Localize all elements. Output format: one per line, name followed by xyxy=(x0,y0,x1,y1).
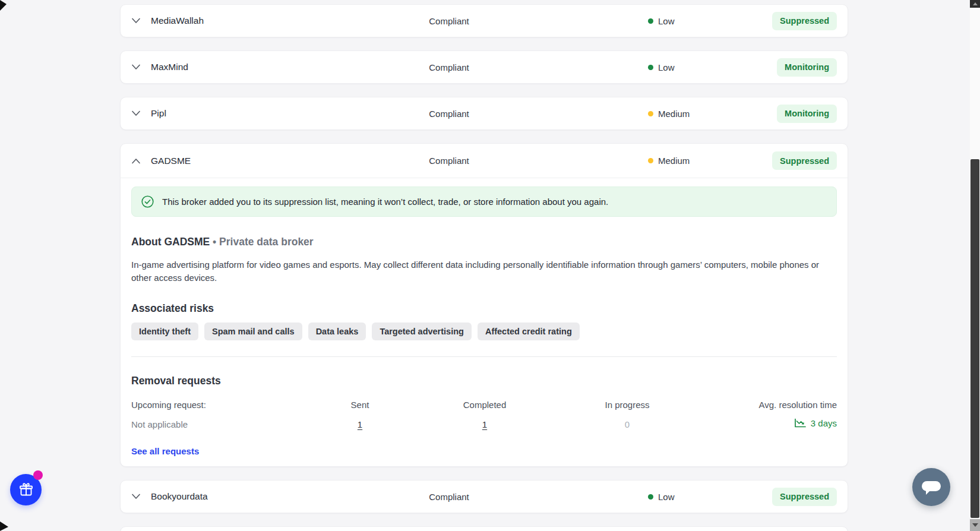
risk-dot xyxy=(648,65,653,70)
removal-requests-value-row: Not applicable 1 1 0 3 days xyxy=(131,418,837,430)
broker-card-maxmind: MaxMind Compliant Low Monitoring xyxy=(120,50,848,84)
broker-card-pipl: Pipl Compliant Medium Monitoring xyxy=(120,97,848,130)
sent-count-link[interactable]: 1 xyxy=(358,419,362,429)
scroll-down-icon xyxy=(972,523,978,527)
risk-label: Low xyxy=(658,62,675,72)
section-divider xyxy=(131,356,837,357)
risk-dot xyxy=(648,494,653,500)
chevron-down-icon xyxy=(131,64,141,70)
risk-chip: Data leaks xyxy=(308,323,366,340)
risk-label: Medium xyxy=(658,109,690,119)
suppression-banner-text: This broker added you to its suppression… xyxy=(162,197,608,207)
status-badge: Monitoring xyxy=(777,105,837,123)
scrollbar-up-button[interactable] xyxy=(970,0,980,8)
about-title: About GADSME xyxy=(131,236,210,248)
broker-name: Pipl xyxy=(151,108,166,119)
risk-chip: Targeted advertising xyxy=(372,323,472,340)
col-header-upcoming: Upcoming request: xyxy=(131,400,304,410)
notification-dot xyxy=(33,470,43,480)
mouse-cursor xyxy=(0,0,8,12)
broker-detail-panel: This broker added you to its suppression… xyxy=(121,187,848,466)
risk-chip: Spam mail and calls xyxy=(204,323,302,340)
broker-list: MediaWallah Compliant Low Suppressed Max… xyxy=(120,4,848,531)
chevron-down-icon xyxy=(131,494,141,500)
check-circle-icon xyxy=(141,195,154,208)
broker-card-gadsme: GADSME Compliant Medium Suppressed This … xyxy=(120,143,848,467)
status-badge: Suppressed xyxy=(772,488,837,506)
compliance-label: Compliant xyxy=(396,16,502,26)
chevron-down-icon xyxy=(131,18,141,24)
see-all-requests-link[interactable]: See all requests xyxy=(131,446,199,456)
associated-risks-heading: Associated risks xyxy=(131,302,837,315)
compliance-label: Compliant xyxy=(396,156,502,166)
chat-widget-button[interactable] xyxy=(912,468,950,506)
status-badge: Suppressed xyxy=(772,151,837,170)
risk-dot xyxy=(648,18,653,24)
broker-row-maxmind[interactable]: MaxMind Compliant Low Monitoring xyxy=(121,51,848,83)
risk-chip: Affected credit rating xyxy=(478,323,580,340)
gift-icon xyxy=(18,482,34,498)
broker-row-bookyourdata[interactable]: Bookyourdata Compliant Low Suppressed xyxy=(121,481,848,513)
page: { "page": { "background": "#f5f5f7" }, "… xyxy=(0,0,980,531)
broker-card-bookyourdata: Bookyourdata Compliant Low Suppressed xyxy=(120,480,848,513)
in-progress-count: 0 xyxy=(625,419,630,429)
compliance-label: Compliant xyxy=(396,492,502,502)
broker-type-label: Private data broker xyxy=(219,236,314,248)
broker-row-gadsme[interactable]: GADSME Compliant Medium Suppressed xyxy=(121,144,848,178)
status-badge: Suppressed xyxy=(772,12,837,30)
risk-label: Medium xyxy=(658,156,690,166)
upcoming-request-value: Not applicable xyxy=(131,419,304,429)
broker-row-mediawallah[interactable]: MediaWallah Compliant Low Suppressed xyxy=(121,5,848,37)
broker-name: Bookyourdata xyxy=(151,491,208,502)
removal-requests-heading: Removal requests xyxy=(131,375,837,387)
completed-count-link[interactable]: 1 xyxy=(482,419,487,429)
risk-dot xyxy=(648,111,653,116)
col-header-in-progress: In progress xyxy=(553,400,701,410)
risk-chips: Identity theft Spam mail and calls Data … xyxy=(131,323,837,340)
compliance-label: Compliant xyxy=(396,109,502,119)
status-badge: Monitoring xyxy=(777,58,837,77)
broker-name: MaxMind xyxy=(151,62,188,72)
chevron-up-icon xyxy=(131,158,141,164)
broker-name: MediaWallah xyxy=(151,15,204,26)
scrollbar-down-button[interactable] xyxy=(970,519,980,531)
broker-card-partial-next[interactable] xyxy=(120,526,848,531)
broker-card-mediawallah: MediaWallah Compliant Low Suppressed xyxy=(120,4,848,37)
risk-label: Low xyxy=(658,16,675,26)
broker-name: GADSME xyxy=(151,156,191,166)
scroll-up-icon xyxy=(973,2,978,5)
suppression-banner: This broker added you to its suppression… xyxy=(131,187,837,217)
compliance-label: Compliant xyxy=(396,62,502,72)
line-chart-icon xyxy=(794,418,806,428)
avg-resolution-value: 3 days xyxy=(811,418,837,428)
col-header-sent: Sent xyxy=(304,400,416,410)
about-heading: About GADSME • Private data broker xyxy=(131,236,837,248)
chevron-down-icon xyxy=(131,110,141,116)
removal-requests-header-row: Upcoming request: Sent Completed In prog… xyxy=(131,400,837,410)
risk-dot xyxy=(648,158,653,163)
risk-label: Low xyxy=(658,492,675,502)
col-header-avg-resolution: Avg. resolution time xyxy=(701,400,837,410)
broker-description: In-game advertising platform for video g… xyxy=(131,258,820,285)
col-header-completed: Completed xyxy=(416,400,553,410)
chat-bubble-icon xyxy=(920,477,943,497)
broker-row-pipl[interactable]: Pipl Compliant Medium Monitoring xyxy=(121,97,848,129)
scrollbar[interactable] xyxy=(970,0,980,531)
mouse-cursor xyxy=(0,520,10,531)
risk-chip: Identity theft xyxy=(131,323,198,340)
scrollbar-thumb[interactable] xyxy=(970,159,979,518)
